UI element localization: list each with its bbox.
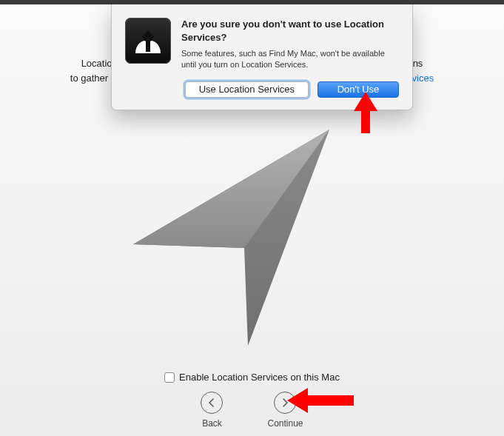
dont-use-button[interactable]: Don't Use — [317, 81, 399, 98]
back-button[interactable]: Back — [201, 392, 223, 429]
svg-rect-2 — [146, 40, 150, 52]
enable-location-checkbox[interactable] — [164, 372, 175, 383]
enable-location-label: Enable Location Services on this Mac — [179, 372, 340, 383]
back-arrow-icon — [201, 392, 223, 414]
continue-button[interactable]: Continue — [267, 392, 303, 429]
confirmation-dialog: Are you sure you don't want to use Locat… — [111, 4, 413, 110]
continue-arrow-icon — [274, 392, 296, 414]
setup-assistant-icon — [125, 18, 171, 64]
dialog-title: Are you sure you don't want to use Locat… — [181, 18, 399, 44]
location-arrow-graphic — [126, 126, 363, 348]
back-label: Back — [202, 418, 222, 429]
dialog-body: Some features, such as Find My Mac, won'… — [181, 48, 399, 71]
enable-location-checkbox-row[interactable]: Enable Location Services on this Mac — [0, 372, 504, 383]
navigation-buttons: Back Continue — [0, 392, 504, 429]
continue-label: Continue — [267, 418, 303, 429]
use-location-services-button[interactable]: Use Location Services — [185, 81, 309, 98]
